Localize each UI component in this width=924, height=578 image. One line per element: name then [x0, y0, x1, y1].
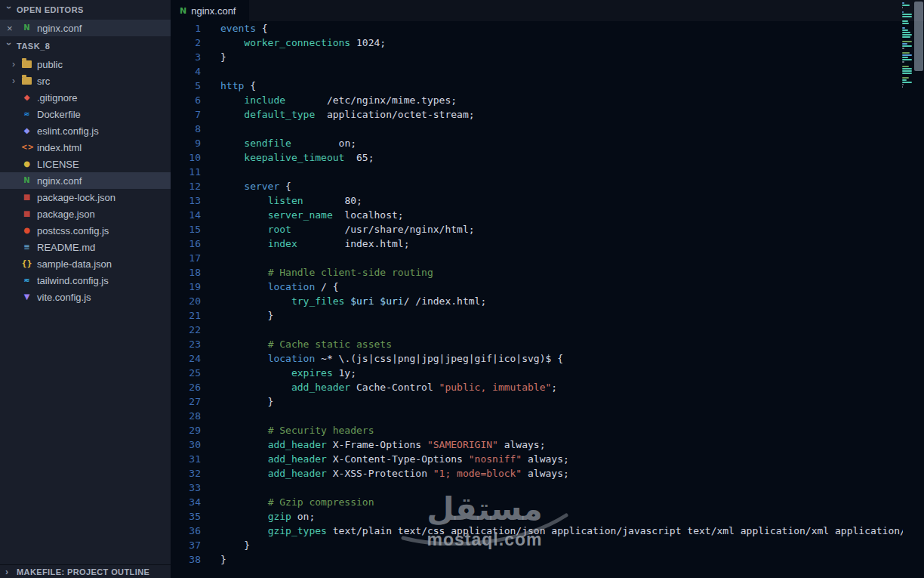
- tree-item-sample-data-json[interactable]: {}sample-data.json: [0, 255, 171, 272]
- minimap-line: [902, 41, 912, 42]
- code-line-31[interactable]: 31 add_header X-Content-Type-Options "no…: [171, 452, 903, 466]
- token-pln: always;: [522, 453, 569, 465]
- tab-bar: N nginx.conf: [171, 0, 924, 21]
- tree-item-license[interactable]: ●LICENSE: [0, 156, 171, 172]
- line-number: 30: [171, 437, 201, 452]
- minimap-line: [902, 52, 910, 54]
- code-line-8[interactable]: 8: [171, 122, 903, 136]
- code-line-10[interactable]: 10 keepalive_timeout 65;: [171, 150, 903, 165]
- code-line-9[interactable]: 9 sendfile on;: [171, 136, 903, 150]
- tree-item-readme-md[interactable]: ≡README.md: [0, 239, 171, 255]
- code-line-6[interactable]: 6 include /etc/nginx/mime.types;: [171, 93, 903, 107]
- code-line-13[interactable]: 13 listen 80;: [171, 193, 903, 208]
- tree-item-package-lock-json[interactable]: ■package-lock.json: [0, 189, 171, 206]
- code-line-23[interactable]: 23 # Cache static assets: [171, 337, 903, 351]
- code-line-33[interactable]: 33: [171, 481, 903, 495]
- makefile-panel-header[interactable]: › MAKEFILE: PROJECT OUTLINE: [0, 564, 171, 578]
- line-number: 5: [171, 79, 201, 93]
- code-line-20[interactable]: 20 try_files $uri $uri/ /index.html;: [171, 294, 903, 308]
- code-text: }: [201, 50, 226, 64]
- code-line-19[interactable]: 19 location / {: [171, 280, 903, 294]
- minimap-line: [902, 16, 912, 17]
- minimap-line: [902, 29, 908, 31]
- postcss-icon: ●: [21, 225, 32, 236]
- explorer-header[interactable]: › TASK_8: [0, 36, 171, 56]
- code-text: add_header X-Frame-Options "SAMEORIGIN" …: [201, 437, 546, 452]
- code-text: }: [201, 538, 250, 552]
- code-line-22[interactable]: 22: [171, 323, 903, 337]
- code-line-16[interactable]: 16 index index.html;: [171, 236, 903, 251]
- minimap-line: [902, 34, 912, 36]
- token-dir: server_name: [268, 209, 333, 221]
- minimap-line: [902, 82, 912, 83]
- code-line-34[interactable]: 34 # Gzip compression: [171, 495, 903, 509]
- line-number: 36: [171, 524, 201, 538]
- code-line-27[interactable]: 27 }: [171, 394, 903, 409]
- tab-nginx-conf[interactable]: N nginx.conf: [171, 0, 249, 21]
- minimap-line: [902, 23, 909, 24]
- code-line-2[interactable]: 2 worker_connections 1024;: [171, 36, 903, 50]
- code-line-25[interactable]: 25 expires 1y;: [171, 366, 903, 380]
- token-pln: [220, 109, 244, 120]
- vertical-scrollbar[interactable]: [913, 0, 924, 578]
- code-line-37[interactable]: 37 }: [171, 538, 903, 552]
- open-editor-item[interactable]: ×Nnginx.conf: [0, 20, 171, 36]
- line-number: 20: [171, 294, 201, 308]
- tree-item-index-html[interactable]: <>index.html: [0, 139, 171, 156]
- code-line-32[interactable]: 32 add_header X-XSS-Protection "1; mode=…: [171, 466, 903, 481]
- minimap[interactable]: [902, 2, 913, 578]
- close-icon[interactable]: ×: [7, 23, 17, 34]
- code-line-12[interactable]: 12 server {: [171, 179, 903, 193]
- minimap-line: [902, 14, 912, 15]
- code-line-11[interactable]: 11: [171, 165, 903, 179]
- code-line-15[interactable]: 15 root /usr/share/nginx/html;: [171, 222, 903, 236]
- code-line-21[interactable]: 21 }: [171, 308, 903, 323]
- token-pln: always;: [498, 439, 546, 450]
- token-pln: [220, 94, 244, 106]
- code-line-4[interactable]: 4: [171, 64, 903, 79]
- makefile-panel-label: MAKEFILE: PROJECT OUTLINE: [17, 567, 149, 576]
- code-editor[interactable]: 1events {2 worker_connections 1024;3}45h…: [171, 21, 903, 578]
- open-editors-header[interactable]: › OPEN EDITORS: [0, 0, 171, 20]
- tree-item-src[interactable]: ›src: [0, 73, 171, 89]
- code-line-30[interactable]: 30 add_header X-Frame-Options "SAMEORIGI…: [171, 437, 903, 452]
- code-line-1[interactable]: 1events {: [171, 21, 903, 36]
- line-number: 26: [171, 380, 201, 394]
- tree-item-public[interactable]: ›public: [0, 56, 171, 73]
- tree-item-eslint-config-js[interactable]: ◆eslint.config.js: [0, 122, 171, 139]
- code-line-7[interactable]: 7 default_type application/octet-stream;: [171, 107, 903, 122]
- code-line-38[interactable]: 38}: [171, 552, 903, 567]
- code-text: index index.html;: [201, 236, 409, 251]
- code-line-18[interactable]: 18 # Handle client-side routing: [171, 265, 903, 280]
- sidebar: › OPEN EDITORS ×Nnginx.conf › TASK_8 ›pu…: [0, 0, 171, 578]
- code-line-5[interactable]: 5http {: [171, 79, 903, 93]
- scrollbar-thumb[interactable]: [914, 2, 923, 71]
- token-str: "public, immutable": [439, 382, 552, 393]
- code-line-35[interactable]: 35 gzip on;: [171, 509, 903, 524]
- code-line-26[interactable]: 26 add_header Cache-Control "public, imm…: [171, 380, 903, 394]
- token-pln: {: [256, 23, 268, 34]
- code-line-28[interactable]: 28: [171, 409, 903, 423]
- tree-item-vite-config-js[interactable]: ▼vite.config.js: [0, 289, 171, 305]
- tree-item-nginx-conf[interactable]: Nnginx.conf: [0, 172, 171, 189]
- tree-item-package-json[interactable]: ■package.json: [0, 206, 171, 222]
- code-line-14[interactable]: 14 server_name localhost;: [171, 208, 903, 222]
- folder-icon: [22, 77, 32, 85]
- code-line-17[interactable]: 17: [171, 251, 903, 265]
- minimap-line: [902, 68, 912, 70]
- minimap-line: [902, 77, 909, 79]
- code-text: }: [201, 394, 273, 409]
- token-pln: on;: [291, 511, 315, 522]
- token-pln: X-Content-Type-Options: [327, 453, 469, 465]
- tree-item-postcss-config-js[interactable]: ●postcss.config.js: [0, 222, 171, 239]
- code-text: location ~* \.(js|css|png|jpg|jpeg|gif|i…: [201, 351, 563, 366]
- code-line-36[interactable]: 36 gzip_types text/plain text/css applic…: [171, 524, 903, 538]
- code-line-29[interactable]: 29 # Security headers: [171, 423, 903, 437]
- line-number: 24: [171, 351, 201, 366]
- code-line-3[interactable]: 3}: [171, 50, 903, 64]
- tree-item-tailwind-config-js[interactable]: ≈tailwind.config.js: [0, 272, 171, 289]
- tree-item-dockerfile[interactable]: ≈Dockerfile: [0, 106, 171, 122]
- tree-item-label: package.json: [37, 209, 95, 220]
- code-line-24[interactable]: 24 location ~* \.(js|css|png|jpg|jpeg|gi…: [171, 351, 903, 366]
- tree-item--gitignore[interactable]: ◆.gitignore: [0, 89, 171, 106]
